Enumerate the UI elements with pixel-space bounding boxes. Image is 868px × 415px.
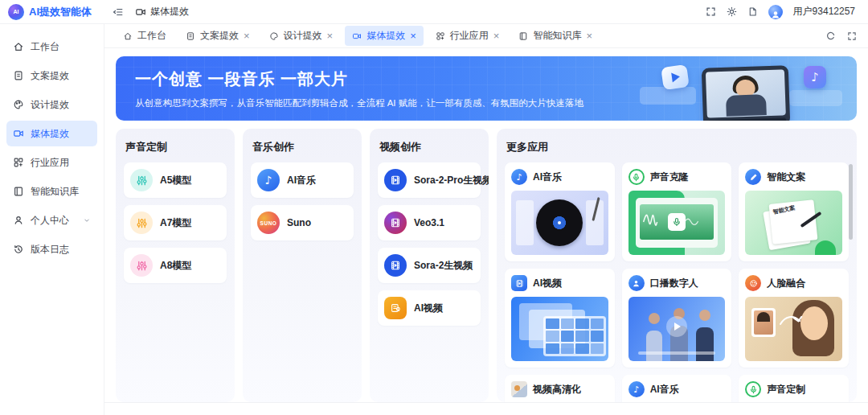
sidebar-item-label: 行业应用 (31, 156, 91, 170)
tab-media[interactable]: 媒体提效 × (345, 26, 424, 46)
film-icon (384, 169, 407, 191)
sidebar-item-label: 工作台 (31, 40, 91, 54)
app-card-ai-music[interactable]: ♪ AI音乐 (505, 162, 615, 261)
model-card-a8[interactable]: A8模型 (124, 248, 227, 283)
tab-copywriting[interactable]: 文案提效 × (178, 26, 257, 46)
veo-card[interactable]: Veo3.1 (378, 205, 481, 240)
refresh-icon[interactable] (825, 31, 836, 41)
app-card-smart-copy[interactable]: 智能文案 智能文案 (739, 162, 849, 261)
film-icon (384, 212, 407, 234)
person-icon (628, 275, 645, 291)
theme-sun-icon[interactable] (727, 6, 737, 17)
sidebar-item-knowledge[interactable]: 智能知识库 (6, 179, 97, 204)
waveform-strip (789, 90, 842, 106)
tab-close-icon[interactable]: × (327, 31, 334, 41)
document-icon (186, 31, 195, 41)
suno-card[interactable]: SUNO Suno (251, 205, 354, 240)
sora-2-card[interactable]: Sora-2生视频 (378, 248, 481, 283)
tab-label: 工作台 (137, 29, 166, 43)
sidebar-item-industry[interactable]: 行业应用 (6, 150, 97, 175)
tab-close-icon[interactable]: × (493, 31, 500, 41)
tab-label: 设计提效 (284, 29, 322, 43)
brand: AI AI提效智能体 (0, 4, 104, 20)
app-card-ai-video[interactable]: AI视频 (505, 269, 615, 368)
app-card-ai-music-2[interactable]: ♪ AI音乐 (622, 375, 732, 402)
fullscreen-icon[interactable] (847, 31, 857, 41)
user-avatar[interactable] (768, 5, 783, 19)
voice-clone-image (628, 191, 726, 255)
music-creation-column: 音乐创作 ♪ AI音乐 SUNO Suno (243, 129, 362, 402)
menu-fold-icon[interactable] (113, 6, 124, 18)
sidebar-item-workbench[interactable]: 工作台 (6, 34, 97, 60)
fullscreen-icon[interactable] (706, 6, 716, 17)
person-video-frame (702, 65, 791, 121)
film-icon (384, 254, 407, 277)
sidebar-item-media[interactable]: 媒体提效 (6, 121, 97, 146)
video-grid-image (511, 297, 608, 361)
document-icon (13, 70, 24, 81)
sidebar-item-changelog[interactable]: 版本日志 (6, 236, 97, 262)
column-title: 音乐创作 (252, 140, 352, 154)
face-icon (745, 275, 761, 291)
tab-label: 行业应用 (450, 29, 489, 43)
app-label: AI音乐 (287, 174, 316, 187)
sliders-icon (130, 169, 153, 191)
tab-bar: 工作台 文案提效 × 设计提效 × 媒体提效 × 行业应用 × (104, 24, 868, 48)
app-card-label: 人脸融合 (767, 277, 805, 290)
apps-grid-icon (436, 31, 445, 41)
tab-label: 文案提效 (200, 29, 239, 43)
palette-icon (13, 99, 24, 110)
model-card-a5[interactable]: A5模型 (124, 162, 227, 198)
tab-industry[interactable]: 行业应用 × (428, 26, 507, 46)
breadcrumb-label: 媒体提效 (150, 5, 189, 18)
app-card-label: AI音乐 (650, 383, 679, 397)
video-camera-icon (13, 128, 24, 139)
history-icon (13, 244, 24, 255)
model-label: A8模型 (160, 259, 191, 273)
sidebar-item-copywriting[interactable]: 文案提效 (6, 63, 97, 88)
username[interactable]: 用户93412257 (793, 5, 855, 18)
user-icon (13, 215, 24, 226)
column-title: 更多应用 (506, 140, 847, 154)
book-icon (13, 186, 24, 197)
document-page-icon[interactable] (747, 6, 758, 17)
app-card-label: 智能文案 (767, 171, 805, 184)
tab-knowledge[interactable]: 智能知识库 × (511, 26, 600, 46)
app-card-label: 声音定制 (767, 383, 805, 397)
app-logo-icon: AI (8, 4, 24, 20)
app-card-face-swap[interactable]: 人脸融合 (739, 269, 849, 368)
more-apps-scrollbar[interactable] (849, 164, 853, 240)
app-card-digital-human[interactable]: 口播数字人 (622, 269, 732, 368)
chevron-down-icon (83, 216, 91, 224)
app-card-label: AI视频 (533, 277, 562, 290)
voice-custom-column: 声音定制 A5模型 A7模型 (116, 129, 235, 402)
model-card-a7[interactable]: A7模型 (124, 205, 227, 240)
tab-close-icon[interactable]: × (586, 31, 592, 41)
ai-video-card[interactable]: AI视频 (378, 290, 481, 326)
ai-music-card[interactable]: ♪ AI音乐 (251, 162, 354, 198)
app-card-voice-clone[interactable]: 声音克隆 (622, 162, 732, 261)
palette-icon (269, 31, 279, 41)
tab-close-icon[interactable]: × (244, 31, 250, 41)
app-label: Veo3.1 (414, 217, 444, 228)
sidebar-item-label: 版本日志 (31, 243, 91, 257)
book-icon (518, 31, 528, 41)
music-note-icon: ♪ (511, 169, 527, 185)
photo-thumbnail-icon (511, 381, 527, 397)
tab-workbench[interactable]: 工作台 (116, 26, 174, 46)
app-label: Suno (287, 217, 311, 228)
writing-image: 智能文案 (745, 191, 842, 255)
tab-close-icon[interactable]: × (410, 31, 416, 41)
music-note-icon: ♪ (257, 169, 280, 191)
music-note-icon: ♪ (804, 66, 826, 88)
tab-design[interactable]: 设计提效 × (262, 26, 341, 46)
app-card-video-hd[interactable]: 视频高清化 (505, 375, 615, 402)
home-icon (123, 31, 133, 41)
app-card-voice-custom[interactable]: 声音定制 (739, 375, 849, 402)
column-title: 声音定制 (125, 140, 225, 154)
sidebar-item-personal[interactable]: 个人中心 (6, 208, 97, 233)
microphone-icon (628, 169, 645, 185)
sidebar-item-design[interactable]: 设计提效 (6, 92, 97, 117)
banner-artwork: ♪ (640, 56, 849, 121)
sora-2-pro-card[interactable]: Sora-2-Pro生视频 (378, 162, 481, 198)
